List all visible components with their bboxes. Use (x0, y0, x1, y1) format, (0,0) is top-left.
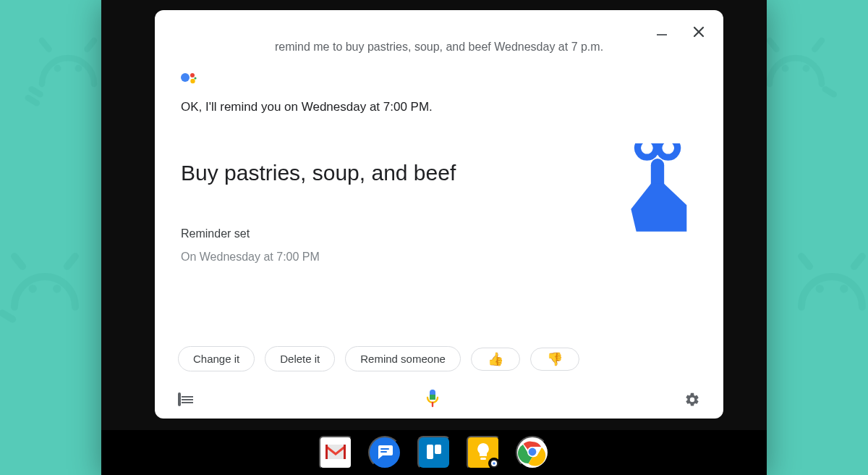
svg-line-19 (854, 256, 862, 266)
device-frame: remind me to buy pastries, soup, and bee… (101, 0, 767, 475)
chip-thumbs-up[interactable]: 👍 (471, 348, 520, 371)
app-chrome[interactable] (516, 436, 549, 469)
svg-point-1 (75, 65, 82, 72)
reminder-card: Buy pastries, soup, and beef Reminder se… (178, 161, 700, 264)
svg-point-20 (181, 73, 190, 82)
svg-line-13 (770, 41, 777, 49)
svg-line-4 (32, 89, 41, 94)
gmail-icon (324, 443, 347, 463)
chrome-badge-icon (488, 458, 500, 469)
messages-icon (375, 442, 394, 463)
chip-thumbs-down[interactable]: 👎 (530, 348, 579, 371)
svg-rect-29 (380, 451, 387, 453)
svg-line-15 (825, 89, 834, 94)
assistant-logo-row (178, 70, 700, 87)
chrome-icon (518, 437, 547, 468)
shelf (101, 430, 767, 475)
svg-line-2 (42, 41, 49, 49)
mic-button[interactable] (425, 389, 440, 410)
svg-point-23 (194, 77, 196, 80)
svg-point-21 (190, 73, 195, 77)
svg-rect-26 (430, 395, 435, 400)
svg-point-17 (840, 285, 848, 293)
svg-line-9 (67, 256, 75, 266)
app-gmail[interactable] (319, 436, 352, 469)
svg-point-6 (29, 285, 37, 293)
svg-line-10 (2, 313, 12, 319)
trello-icon (423, 441, 445, 465)
reminder-status-detail: On Wednesday at 7:00 PM (181, 251, 700, 264)
svg-rect-31 (435, 445, 441, 454)
close-button[interactable] (690, 23, 707, 41)
reminder-finger-icon (618, 143, 697, 238)
keyboard-button[interactable] (178, 394, 181, 405)
svg-point-11 (782, 65, 789, 72)
svg-point-12 (803, 65, 810, 72)
chip-change-it[interactable]: Change it (178, 346, 255, 371)
suggestion-chips: Change it Delete it Remind someone 👍 👎 (178, 346, 700, 376)
svg-rect-30 (427, 445, 433, 459)
minimize-icon (657, 34, 667, 35)
user-utterance: remind me to buy pastries, soup, and bee… (275, 36, 603, 58)
window-controls (654, 23, 707, 41)
svg-point-37 (529, 447, 537, 455)
close-icon (693, 26, 705, 38)
svg-point-34 (493, 462, 495, 464)
svg-line-5 (28, 98, 37, 103)
minimize-button[interactable] (654, 28, 670, 35)
mic-icon (425, 399, 440, 410)
gear-icon (684, 392, 700, 408)
svg-point-7 (53, 285, 61, 293)
keyboard-icon (178, 392, 181, 406)
svg-rect-28 (380, 448, 389, 450)
svg-line-3 (87, 41, 94, 49)
app-trello[interactable] (417, 436, 451, 469)
assistant-card: remind me to buy pastries, soup, and bee… (155, 10, 723, 419)
svg-line-14 (814, 41, 822, 49)
assistant-logo-icon (179, 70, 197, 87)
svg-point-16 (816, 285, 824, 293)
svg-rect-32 (480, 458, 486, 460)
chip-delete-it[interactable]: Delete it (265, 346, 335, 371)
svg-line-18 (801, 256, 809, 266)
svg-point-22 (190, 79, 195, 83)
settings-button[interactable] (684, 392, 700, 408)
svg-line-8 (14, 256, 22, 266)
svg-point-0 (54, 65, 61, 72)
chip-remind-someone[interactable]: Remind someone (345, 346, 461, 371)
assistant-input-bar (178, 382, 700, 410)
assistant-reply: OK, I'll remind you on Wednesday at 7:00… (178, 100, 700, 114)
app-messages[interactable] (368, 436, 401, 469)
app-keep[interactable] (467, 436, 500, 469)
